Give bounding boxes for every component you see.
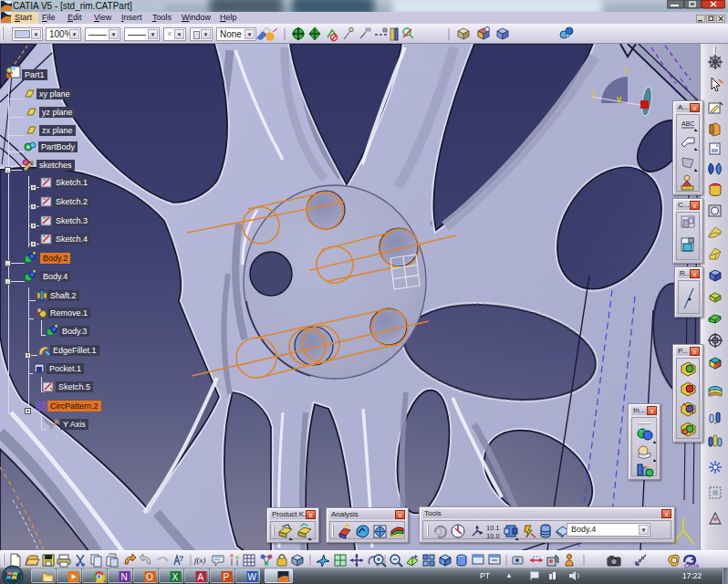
svg-text:y: y [617, 94, 622, 104]
svg-text:A: A [198, 572, 204, 582]
svg-text:P: P [224, 572, 230, 582]
svg-text:z: z [591, 89, 596, 99]
svg-text:W: W [248, 572, 257, 582]
svg-text:x: x [624, 65, 629, 75]
svg-text:10.1: 10.1 [486, 524, 500, 532]
svg-text:f(x): f(x) [194, 556, 206, 565]
svg-text:O: O [146, 572, 153, 582]
svg-text:X: X [172, 572, 179, 582]
svg-text:10.0: 10.0 [486, 532, 500, 540]
svg-text:?: ? [179, 554, 184, 563]
svg-text:ABC: ABC [681, 120, 694, 127]
svg-text:N: N [121, 572, 128, 582]
